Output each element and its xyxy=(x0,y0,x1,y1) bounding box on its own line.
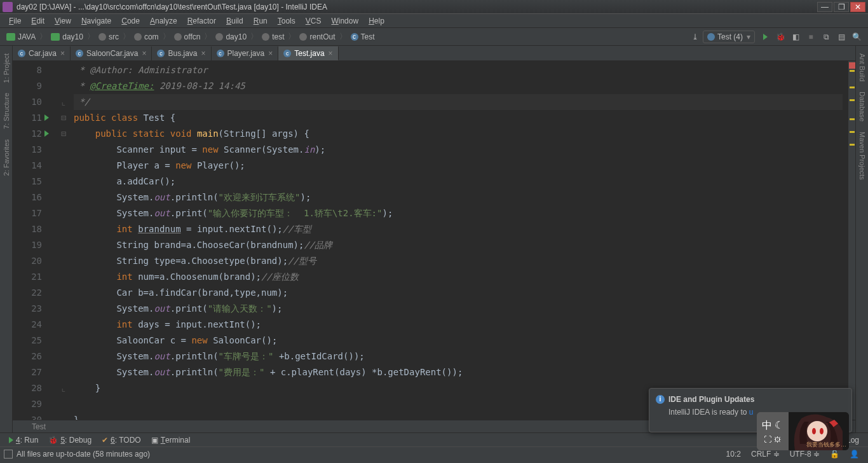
tab-car[interactable]: cCar.java× xyxy=(13,46,71,60)
close-icon[interactable]: × xyxy=(60,49,65,58)
svg-point-1 xyxy=(807,421,827,441)
tool-window-toggle-icon[interactable] xyxy=(4,450,13,459)
breadcrumb-com[interactable]: com xyxy=(132,32,161,41)
gutter-icons xyxy=(44,61,58,420)
fold-column[interactable]: ⌞⊟⊟⌞⌞ xyxy=(58,61,69,420)
line-numbers: 8910111213141516171819202122232425262728… xyxy=(13,61,44,420)
run-config-label: Test (4) xyxy=(717,32,743,41)
toolwindow-structure[interactable]: 7: Structure xyxy=(3,93,10,129)
status-message: All files are up-to-date (58 minutes ago… xyxy=(17,450,150,459)
navigation-bar: JAVA〉day10〉src〉com〉offcn〉day10〉test〉rent… xyxy=(0,28,868,46)
close-icon[interactable]: × xyxy=(268,49,273,58)
toolwindow-run[interactable]: 4: Run xyxy=(4,436,43,445)
breadcrumb-item[interactable]: Test xyxy=(32,422,46,431)
breadcrumb-test[interactable]: cTest xyxy=(348,32,377,41)
toolwindow-database[interactable]: Database xyxy=(858,92,866,121)
menu-navigate[interactable]: Navigate xyxy=(76,17,116,25)
menu-file[interactable]: File xyxy=(4,17,26,25)
notification-body: IntelliJ IDEA is ready to xyxy=(668,408,749,417)
ime-caption: 我要当钱多多… xyxy=(806,441,846,449)
inspection-indicator-icon[interactable]: 👤 xyxy=(844,450,864,459)
breadcrumb-day10[interactable]: day10 xyxy=(48,32,86,41)
menu-code[interactable]: Code xyxy=(116,17,145,25)
left-tool-stripe: 1: Project7: Structure2: Favorites xyxy=(0,46,13,432)
notification-update-link[interactable]: u xyxy=(749,408,754,417)
build-icon[interactable]: ⤓ xyxy=(689,31,701,43)
breadcrumb-day10[interactable]: day10 xyxy=(213,32,249,41)
titlebar: day02 [D:\JAVA] - ...\day10\src\com\offc… xyxy=(0,0,868,14)
toolwindow-project[interactable]: 1: Project xyxy=(3,53,10,83)
svg-point-3 xyxy=(820,428,824,434)
menu-help[interactable]: Help xyxy=(363,17,390,25)
structure-icon[interactable]: ▤ xyxy=(836,31,847,43)
svg-point-2 xyxy=(812,428,816,434)
menu-vcs[interactable]: VCS xyxy=(301,17,327,25)
tab-salooncar[interactable]: cSaloonCar.java× xyxy=(71,46,152,60)
close-icon[interactable]: × xyxy=(329,49,333,58)
editor-tabs: cCar.java×cSaloonCar.java×cBus.java×cPla… xyxy=(13,46,855,61)
menu-edit[interactable]: Edit xyxy=(26,17,50,25)
toolwindow-todo[interactable]: ✔6: TODO xyxy=(97,436,146,445)
breadcrumb-rentout[interactable]: rentOut xyxy=(297,32,337,41)
search-icon[interactable]: 🔍 xyxy=(851,31,862,43)
close-icon[interactable]: × xyxy=(201,49,205,58)
stop-icon[interactable]: ■ xyxy=(805,31,817,43)
coverage-icon[interactable]: ◧ xyxy=(790,31,801,43)
info-icon: i xyxy=(656,395,665,404)
caret-position[interactable]: 10:2 xyxy=(721,450,746,459)
menu-run[interactable]: Run xyxy=(248,17,273,25)
minimize-button[interactable]: — xyxy=(817,2,832,12)
notification-title: IDE and Plugin Updates xyxy=(668,395,754,404)
toolwindow-debug[interactable]: 🐞5: Debug xyxy=(43,436,97,445)
line-separator[interactable]: CRLF ≑ xyxy=(746,450,785,459)
menubar: FileEditViewNavigateCodeAnalyzeRefactorB… xyxy=(0,14,868,28)
run-icon[interactable] xyxy=(759,31,771,43)
breadcrumb-offcn[interactable]: offcn xyxy=(172,32,203,41)
menu-refactor[interactable]: Refactor xyxy=(182,17,221,25)
editor[interactable]: 8910111213141516171819202122232425262728… xyxy=(13,61,855,420)
breadcrumb-src[interactable]: src xyxy=(96,32,121,41)
tab-player[interactable]: cPlayer.java× xyxy=(212,46,279,60)
menu-build[interactable]: Build xyxy=(221,17,248,25)
file-encoding[interactable]: UTF-8 ≑ xyxy=(785,450,825,459)
code-content[interactable]: * @Author: Administrator * @CreateTime: … xyxy=(69,61,848,420)
app-logo-icon xyxy=(3,2,13,12)
menu-window[interactable]: Window xyxy=(326,17,363,25)
toolwindow-favorites[interactable]: 2: Favorites xyxy=(3,139,10,176)
ime-avatar: 我要当钱多多… xyxy=(789,412,849,450)
toolwindow-terminal[interactable]: ▣Terminal xyxy=(146,436,196,445)
breadcrumb-java[interactable]: JAVA xyxy=(4,32,38,41)
menu-view[interactable]: View xyxy=(50,17,76,25)
bottom-tool-stripe: 4: Run🐞5: Debug✔6: TODO▣Terminal📰 Event … xyxy=(0,432,868,446)
window-title: day02 [D:\JAVA] - ...\day10\src\com\offc… xyxy=(17,3,327,11)
error-stripe[interactable] xyxy=(848,61,855,420)
readonly-toggle-icon[interactable]: 🔓 xyxy=(825,450,844,459)
right-tool-stripe: Ant BuildDatabaseMaven Projects xyxy=(855,46,868,432)
ime-widget[interactable]: 中 ☾ ⛶ ⚙ 我要当钱多多… xyxy=(757,412,849,450)
breadcrumb-test[interactable]: test xyxy=(259,32,287,41)
toolwindow-mavenprojects[interactable]: Maven Projects xyxy=(858,132,866,180)
close-icon[interactable]: × xyxy=(142,49,146,58)
maximize-button[interactable]: ❐ xyxy=(834,2,849,12)
tab-test[interactable]: cTest.java× xyxy=(278,46,338,60)
debug-icon[interactable]: 🐞 xyxy=(775,31,786,43)
tab-bus[interactable]: cBus.java× xyxy=(152,46,211,60)
toolwindow-antbuild[interactable]: Ant Build xyxy=(858,53,866,81)
menu-tools[interactable]: Tools xyxy=(273,17,301,25)
vcs-icon[interactable]: ⧉ xyxy=(820,31,832,43)
close-button[interactable]: ✕ xyxy=(850,2,865,12)
run-config-selector[interactable]: Test (4) ▾ xyxy=(703,31,755,43)
status-bar: All files are up-to-date (58 minutes ago… xyxy=(0,446,868,460)
menu-analyze[interactable]: Analyze xyxy=(145,17,182,25)
